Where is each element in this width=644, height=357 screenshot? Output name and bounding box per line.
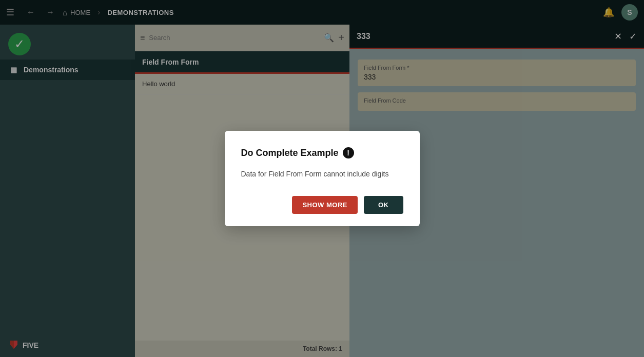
modal-warning-icon: ! <box>343 147 354 158</box>
ok-button[interactable]: OK <box>364 196 403 214</box>
modal-title-text: Do Complete Example <box>241 148 339 158</box>
modal-message: Data for Field From Form cannot include … <box>241 169 403 180</box>
modal-title: Do Complete Example ! <box>241 147 403 158</box>
modal-box: Do Complete Example ! Data for Field Fro… <box>225 131 420 226</box>
modal-actions: SHOW MORE OK <box>241 196 403 214</box>
show-more-button[interactable]: SHOW MORE <box>292 196 358 214</box>
modal-overlay: Do Complete Example ! Data for Field Fro… <box>0 0 644 357</box>
